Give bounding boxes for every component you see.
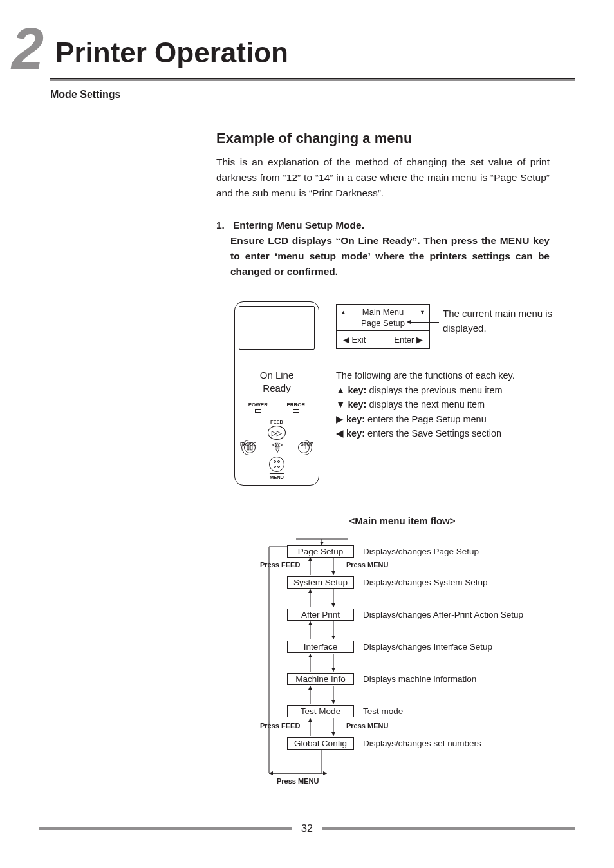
- flow-desc: Displays/changes set numbers: [363, 739, 481, 748]
- control-pill: ▯▯ ◁△▷ ▽ □: [241, 440, 312, 455]
- error-led-icon: [293, 409, 299, 413]
- flow-box: Page Setup: [287, 545, 354, 558]
- pause-button-icon: ▯▯: [244, 442, 256, 453]
- press-menu-label: Press MENU: [346, 722, 388, 730]
- press-menu-label: Press MENU: [346, 561, 388, 569]
- step-number: 1.: [216, 220, 225, 231]
- printer-status-line2: Ready: [239, 382, 315, 395]
- power-label: POWER: [248, 402, 268, 408]
- flow-box: Test Mode: [287, 705, 354, 717]
- section-title: Example of changing a menu: [216, 130, 550, 147]
- flow-box: System Setup: [287, 576, 354, 589]
- press-feed-label: Press FEED: [260, 722, 300, 730]
- power-led-icon: [255, 409, 261, 413]
- feed-label: FEED: [270, 419, 283, 425]
- flow-connectors: [232, 535, 566, 806]
- feed-button-icon: ▷▷: [268, 426, 286, 440]
- flow-desc: Displays/changes Page Setup: [363, 547, 479, 556]
- menu-label: MENU: [270, 473, 284, 480]
- press-feed-label: Press FEED: [260, 561, 300, 569]
- flow-desc: Displays/changes After-Print Action Setu…: [363, 610, 523, 619]
- step-body: Ensure LCD displays “On Line Ready”. The…: [230, 233, 550, 279]
- lcd-caption: The current main menu is displayed.: [443, 307, 559, 335]
- printer-status-line1: On Line: [239, 369, 315, 382]
- printer-screen: [239, 306, 315, 350]
- page-footer: 32: [39, 823, 575, 835]
- up-arrow-icon: ▲: [340, 309, 346, 316]
- leader-arrow-icon: [411, 322, 439, 323]
- press-menu-label: Press MENU: [277, 777, 319, 785]
- key-func-row: ▼ key: displays the next menu item: [336, 397, 555, 411]
- footer-rule: [39, 827, 292, 830]
- page-number: 32: [301, 823, 313, 835]
- margin-rule: [192, 130, 192, 806]
- dpad-icon: ◁△▷ ▽: [272, 442, 282, 453]
- page-header: 2 Printer Operation Mode Settings: [0, 0, 614, 100]
- key-functions: The following are the functions of each …: [336, 368, 555, 440]
- flow-box: After Print: [287, 609, 354, 621]
- lcd-display: ▲ Main Menu ▼ Page Setup ◀ Exit Enter ▶: [336, 304, 430, 349]
- lcd-exit: ◀ Exit: [343, 335, 366, 344]
- section-intro: This is an explanation of the method of …: [216, 155, 550, 201]
- lcd-main-menu: Main Menu: [362, 307, 404, 317]
- down-arrow-icon: ▼: [420, 309, 425, 316]
- flow-box: Interface: [287, 641, 354, 653]
- key-func-row: ◀ key: enters the Save Settings section: [336, 426, 555, 440]
- flow-desc: Displays/changes System Setup: [363, 578, 488, 587]
- error-label: ERROR: [286, 402, 305, 408]
- flow-desc: Displays machine information: [363, 674, 476, 684]
- footer-rule: [322, 827, 575, 830]
- flow-title: <Main menu item flow>: [255, 515, 550, 526]
- step-list: 1. Entering Menu Setup Mode. Ensure LCD …: [216, 218, 550, 279]
- flow-desc: Test mode: [363, 706, 403, 716]
- key-functions-intro: The following are the functions of each …: [336, 368, 555, 382]
- flow-box: Machine Info: [287, 673, 354, 685]
- stop-button-icon: □: [298, 442, 310, 453]
- lcd-enter: Enter ▶: [394, 335, 423, 344]
- header-subtitle: Mode Settings: [50, 89, 575, 100]
- key-func-row: ▶ key: enters the Page Setup menu: [336, 412, 555, 426]
- lcd-submenu: Page Setup: [340, 318, 425, 328]
- printer-diagram: On Line Ready POWER ERROR FEED ▷▷ PA: [234, 301, 319, 486]
- menu-button-icon: [269, 457, 284, 472]
- flow-desc: Displays/changes Interface Setup: [363, 642, 492, 652]
- figure-area: On Line Ready POWER ERROR FEED ▷▷ PA: [216, 301, 550, 507]
- chapter-number: 2: [12, 26, 44, 72]
- key-func-row: ▲ key: displays the previous menu item: [336, 383, 555, 397]
- menu-flow-diagram: Page Setup Displays/changes Page Setup S…: [232, 535, 550, 806]
- header-rule: [50, 78, 575, 81]
- chapter-title: Printer Operation: [55, 37, 288, 69]
- step-title: Entering Menu Setup Mode.: [233, 220, 364, 231]
- flow-box: Global Config: [287, 737, 354, 750]
